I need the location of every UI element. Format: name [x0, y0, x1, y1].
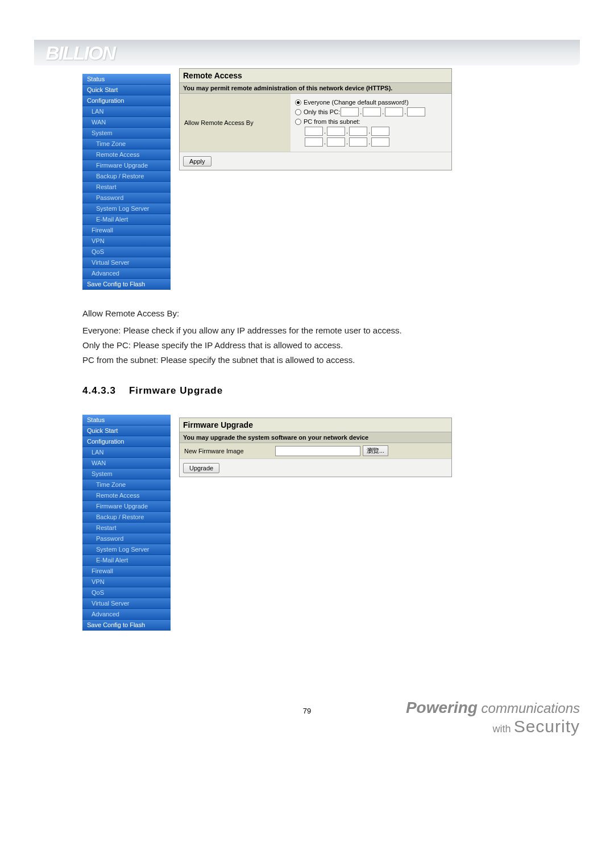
nav-backup-restore[interactable]: Backup / Restore	[82, 512, 171, 523]
nav-lan[interactable]: LAN	[82, 447, 171, 458]
nav-wan[interactable]: WAN	[82, 117, 171, 128]
radio-icon	[295, 99, 301, 106]
ip-octet-input[interactable]	[305, 127, 323, 136]
ip-octet-input[interactable]	[341, 107, 359, 116]
nav-status[interactable]: Status	[82, 74, 171, 85]
browse-button[interactable]: 瀏覽...	[363, 445, 388, 456]
subnet-ip-row: . . .	[295, 127, 447, 136]
footer-logo: Powering communications with Security	[406, 699, 580, 736]
nav-save-config[interactable]: Save Config to Flash	[82, 620, 171, 631]
nav-time-zone[interactable]: Time Zone	[82, 139, 171, 149]
ip-octet-input[interactable]	[327, 137, 345, 147]
ip-octet-input[interactable]	[327, 127, 345, 136]
radio-group: Everyone (Change default password!) Only…	[291, 94, 451, 152]
radio-icon	[295, 119, 301, 125]
row-label: Allow Remote Access By	[180, 94, 291, 152]
radio-subnet[interactable]: PC from this subnet:	[295, 118, 447, 125]
radio-only-pc[interactable]: Only this PC: . . .	[295, 107, 447, 116]
nav-system[interactable]: System	[82, 128, 171, 139]
nav-time-zone[interactable]: Time Zone	[82, 479, 171, 490]
footer-powering: Powering	[406, 699, 478, 716]
nav-restart[interactable]: Restart	[82, 523, 171, 533]
nav-firewall[interactable]: Firewall	[82, 566, 171, 577]
nav-status[interactable]: Status	[82, 415, 171, 425]
nav-email-alert[interactable]: E-Mail Alert	[82, 214, 171, 225]
panel-body: Allow Remote Access By Everyone (Change …	[180, 94, 451, 152]
panel-title: Firmware Upgrade	[180, 418, 451, 432]
panel-title: Remote Access	[180, 69, 451, 82]
ip-octet-input[interactable]	[363, 107, 381, 116]
nav-vpn[interactable]: VPN	[82, 577, 171, 587]
section-number: 4.4.3.3	[82, 385, 116, 396]
nav-advanced[interactable]: Advanced	[82, 268, 171, 279]
footer-with: with	[493, 723, 511, 735]
firmware-file-input[interactable]	[275, 446, 360, 456]
radio-icon	[295, 109, 301, 115]
upgrade-button[interactable]: Upgrade	[183, 463, 219, 473]
nav-save-config[interactable]: Save Config to Flash	[82, 279, 171, 290]
radio-label: Everyone (Change default password!)	[304, 99, 409, 106]
ip-octet-input[interactable]	[385, 107, 403, 116]
nav-advanced[interactable]: Advanced	[82, 609, 171, 620]
nav-qos[interactable]: QoS	[82, 587, 171, 598]
panel-subtitle: You may permit remote administration of …	[180, 82, 451, 94]
panel-footer: Apply	[180, 152, 451, 170]
section-heading: 4.4.3.3 Firmware Upgrade	[82, 385, 223, 397]
subnet-mask-row: . . .	[295, 137, 447, 147]
nav-wan[interactable]: WAN	[82, 458, 171, 469]
radio-everyone[interactable]: Everyone (Change default password!)	[295, 99, 447, 106]
row-label: New Firmware Image	[184, 448, 275, 454]
ip-octet-input[interactable]	[349, 127, 367, 136]
doc-line-2: Everyone: Please check if you allow any …	[82, 324, 537, 337]
radio-label: PC from this subnet:	[304, 118, 360, 125]
nav-password[interactable]: Password	[82, 193, 171, 203]
nav-lan[interactable]: LAN	[82, 106, 171, 117]
panel-subtitle: You may upgrade the system software on y…	[180, 432, 451, 443]
brand-logo: BILLION	[45, 42, 115, 64]
nav-quick-start[interactable]: Quick Start	[82, 425, 171, 436]
section-title: Firmware Upgrade	[129, 385, 223, 396]
ip-octet-input[interactable]	[407, 107, 425, 116]
nav-quick-start[interactable]: Quick Start	[82, 85, 171, 95]
nav-system[interactable]: System	[82, 469, 171, 479]
footer-communications: communications	[482, 700, 580, 716]
header-banner	[34, 40, 580, 65]
nav-configuration[interactable]: Configuration	[82, 95, 171, 106]
ip-octet-input[interactable]	[349, 137, 367, 147]
nav-virtual-server[interactable]: Virtual Server	[82, 257, 171, 268]
nav-firewall[interactable]: Firewall	[82, 225, 171, 236]
nav-firmware-upgrade[interactable]: Firmware Upgrade	[82, 501, 171, 512]
sidebar-nav-2: Status Quick Start Configuration LAN WAN…	[82, 415, 171, 631]
doc-line-3: Only the PC: Please specify the IP Addre…	[82, 339, 537, 352]
radio-label: Only this PC:	[304, 108, 340, 115]
nav-firmware-upgrade[interactable]: Firmware Upgrade	[82, 160, 171, 171]
remote-access-panel: Remote Access You may permit remote admi…	[179, 68, 452, 170]
nav-remote-access[interactable]: Remote Access	[82, 149, 171, 160]
firmware-upgrade-panel: Firmware Upgrade You may upgrade the sys…	[179, 418, 452, 477]
apply-button[interactable]: Apply	[183, 156, 211, 166]
nav-virtual-server[interactable]: Virtual Server	[82, 598, 171, 609]
nav-restart[interactable]: Restart	[82, 182, 171, 193]
nav-configuration[interactable]: Configuration	[82, 436, 171, 447]
nav-remote-access[interactable]: Remote Access	[82, 490, 171, 501]
nav-backup-restore[interactable]: Backup / Restore	[82, 171, 171, 182]
nav-system-log-server[interactable]: System Log Server	[82, 203, 171, 214]
ip-octet-input[interactable]	[371, 127, 389, 136]
nav-vpn[interactable]: VPN	[82, 236, 171, 247]
panel-footer: Upgrade	[180, 458, 451, 477]
nav-email-alert[interactable]: E-Mail Alert	[82, 555, 171, 566]
ip-octet-input[interactable]	[371, 137, 389, 147]
nav-qos[interactable]: QoS	[82, 247, 171, 257]
footer-security: Security	[514, 717, 580, 736]
sidebar-nav-1: Status Quick Start Configuration LAN WAN…	[82, 74, 171, 290]
nav-system-log-server[interactable]: System Log Server	[82, 544, 171, 555]
doc-line-1: Allow Remote Access By:	[82, 307, 537, 320]
doc-line-4: PC from the subnet: Please specify the s…	[82, 353, 537, 367]
ip-octet-input[interactable]	[305, 137, 323, 147]
nav-password[interactable]: Password	[82, 533, 171, 544]
firmware-row: New Firmware Image 瀏覽...	[180, 443, 451, 458]
